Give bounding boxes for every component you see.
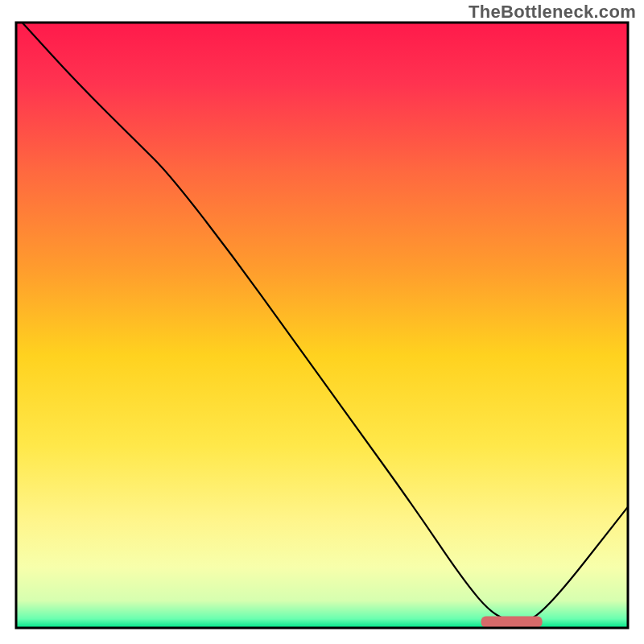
chart-container: TheBottleneck.com: [0, 0, 644, 644]
optimal-marker: [481, 617, 543, 628]
bottleneck-chart: [0, 0, 644, 644]
watermark-text: TheBottleneck.com: [469, 2, 636, 23]
